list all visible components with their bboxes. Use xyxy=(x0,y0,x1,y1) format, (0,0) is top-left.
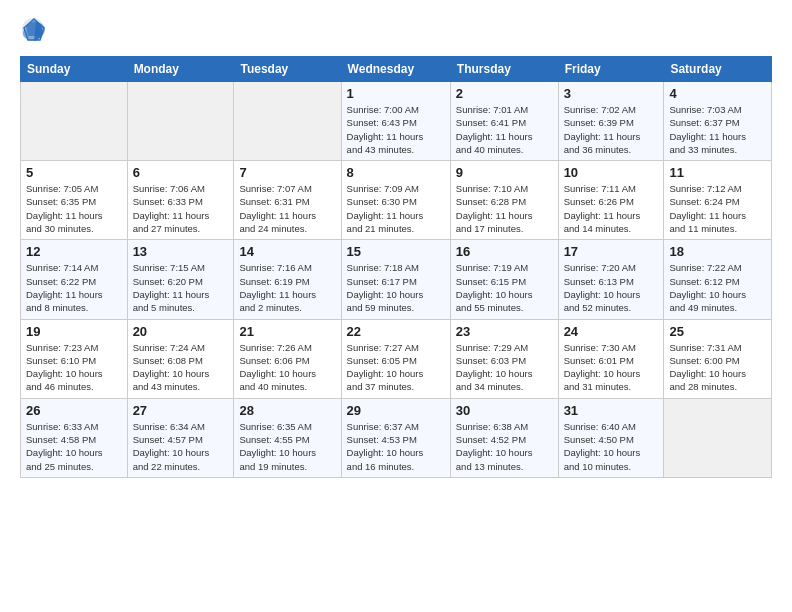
weekday-sunday: Sunday xyxy=(21,57,128,82)
day-info: Sunrise: 6:33 AM Sunset: 4:58 PM Dayligh… xyxy=(26,420,122,473)
day-number: 9 xyxy=(456,165,553,180)
calendar: SundayMondayTuesdayWednesdayThursdayFrid… xyxy=(20,56,772,478)
day-cell xyxy=(21,82,128,161)
day-number: 29 xyxy=(347,403,445,418)
logo-icon xyxy=(20,16,48,44)
day-cell: 11Sunrise: 7:12 AM Sunset: 6:24 PM Dayli… xyxy=(664,161,772,240)
day-number: 20 xyxy=(133,324,229,339)
day-number: 10 xyxy=(564,165,659,180)
day-number: 11 xyxy=(669,165,766,180)
day-info: Sunrise: 7:00 AM Sunset: 6:43 PM Dayligh… xyxy=(347,103,445,156)
weekday-monday: Monday xyxy=(127,57,234,82)
day-number: 2 xyxy=(456,86,553,101)
day-cell: 2Sunrise: 7:01 AM Sunset: 6:41 PM Daylig… xyxy=(450,82,558,161)
day-number: 26 xyxy=(26,403,122,418)
day-cell: 17Sunrise: 7:20 AM Sunset: 6:13 PM Dayli… xyxy=(558,240,664,319)
day-number: 1 xyxy=(347,86,445,101)
day-cell: 6Sunrise: 7:06 AM Sunset: 6:33 PM Daylig… xyxy=(127,161,234,240)
day-info: Sunrise: 7:09 AM Sunset: 6:30 PM Dayligh… xyxy=(347,182,445,235)
day-cell: 1Sunrise: 7:00 AM Sunset: 6:43 PM Daylig… xyxy=(341,82,450,161)
day-cell: 12Sunrise: 7:14 AM Sunset: 6:22 PM Dayli… xyxy=(21,240,128,319)
day-cell: 19Sunrise: 7:23 AM Sunset: 6:10 PM Dayli… xyxy=(21,319,128,398)
day-number: 31 xyxy=(564,403,659,418)
day-cell: 20Sunrise: 7:24 AM Sunset: 6:08 PM Dayli… xyxy=(127,319,234,398)
day-number: 12 xyxy=(26,244,122,259)
header xyxy=(20,16,772,44)
day-cell: 23Sunrise: 7:29 AM Sunset: 6:03 PM Dayli… xyxy=(450,319,558,398)
day-number: 17 xyxy=(564,244,659,259)
day-cell: 22Sunrise: 7:27 AM Sunset: 6:05 PM Dayli… xyxy=(341,319,450,398)
day-info: Sunrise: 6:34 AM Sunset: 4:57 PM Dayligh… xyxy=(133,420,229,473)
week-row-1: 1Sunrise: 7:00 AM Sunset: 6:43 PM Daylig… xyxy=(21,82,772,161)
day-info: Sunrise: 6:37 AM Sunset: 4:53 PM Dayligh… xyxy=(347,420,445,473)
weekday-wednesday: Wednesday xyxy=(341,57,450,82)
day-cell: 25Sunrise: 7:31 AM Sunset: 6:00 PM Dayli… xyxy=(664,319,772,398)
day-info: Sunrise: 7:14 AM Sunset: 6:22 PM Dayligh… xyxy=(26,261,122,314)
day-info: Sunrise: 7:16 AM Sunset: 6:19 PM Dayligh… xyxy=(239,261,335,314)
day-info: Sunrise: 7:19 AM Sunset: 6:15 PM Dayligh… xyxy=(456,261,553,314)
day-cell: 27Sunrise: 6:34 AM Sunset: 4:57 PM Dayli… xyxy=(127,398,234,477)
day-number: 27 xyxy=(133,403,229,418)
day-info: Sunrise: 6:40 AM Sunset: 4:50 PM Dayligh… xyxy=(564,420,659,473)
day-info: Sunrise: 7:18 AM Sunset: 6:17 PM Dayligh… xyxy=(347,261,445,314)
day-info: Sunrise: 7:02 AM Sunset: 6:39 PM Dayligh… xyxy=(564,103,659,156)
day-number: 30 xyxy=(456,403,553,418)
logo xyxy=(20,16,52,44)
day-cell: 3Sunrise: 7:02 AM Sunset: 6:39 PM Daylig… xyxy=(558,82,664,161)
day-cell xyxy=(664,398,772,477)
day-cell: 5Sunrise: 7:05 AM Sunset: 6:35 PM Daylig… xyxy=(21,161,128,240)
day-info: Sunrise: 7:26 AM Sunset: 6:06 PM Dayligh… xyxy=(239,341,335,394)
day-info: Sunrise: 7:03 AM Sunset: 6:37 PM Dayligh… xyxy=(669,103,766,156)
page: SundayMondayTuesdayWednesdayThursdayFrid… xyxy=(0,0,792,612)
day-number: 3 xyxy=(564,86,659,101)
day-number: 24 xyxy=(564,324,659,339)
day-number: 15 xyxy=(347,244,445,259)
day-cell: 15Sunrise: 7:18 AM Sunset: 6:17 PM Dayli… xyxy=(341,240,450,319)
day-cell: 4Sunrise: 7:03 AM Sunset: 6:37 PM Daylig… xyxy=(664,82,772,161)
day-number: 25 xyxy=(669,324,766,339)
day-number: 28 xyxy=(239,403,335,418)
day-cell: 14Sunrise: 7:16 AM Sunset: 6:19 PM Dayli… xyxy=(234,240,341,319)
day-cell xyxy=(127,82,234,161)
day-cell: 24Sunrise: 7:30 AM Sunset: 6:01 PM Dayli… xyxy=(558,319,664,398)
day-cell: 29Sunrise: 6:37 AM Sunset: 4:53 PM Dayli… xyxy=(341,398,450,477)
day-number: 14 xyxy=(239,244,335,259)
day-info: Sunrise: 7:01 AM Sunset: 6:41 PM Dayligh… xyxy=(456,103,553,156)
day-number: 22 xyxy=(347,324,445,339)
day-info: Sunrise: 7:23 AM Sunset: 6:10 PM Dayligh… xyxy=(26,341,122,394)
day-cell: 30Sunrise: 6:38 AM Sunset: 4:52 PM Dayli… xyxy=(450,398,558,477)
day-info: Sunrise: 6:38 AM Sunset: 4:52 PM Dayligh… xyxy=(456,420,553,473)
day-number: 13 xyxy=(133,244,229,259)
week-row-3: 12Sunrise: 7:14 AM Sunset: 6:22 PM Dayli… xyxy=(21,240,772,319)
day-number: 6 xyxy=(133,165,229,180)
week-row-5: 26Sunrise: 6:33 AM Sunset: 4:58 PM Dayli… xyxy=(21,398,772,477)
day-number: 4 xyxy=(669,86,766,101)
day-number: 5 xyxy=(26,165,122,180)
day-info: Sunrise: 7:24 AM Sunset: 6:08 PM Dayligh… xyxy=(133,341,229,394)
day-info: Sunrise: 7:30 AM Sunset: 6:01 PM Dayligh… xyxy=(564,341,659,394)
day-number: 16 xyxy=(456,244,553,259)
day-cell: 8Sunrise: 7:09 AM Sunset: 6:30 PM Daylig… xyxy=(341,161,450,240)
day-cell: 10Sunrise: 7:11 AM Sunset: 6:26 PM Dayli… xyxy=(558,161,664,240)
day-cell: 9Sunrise: 7:10 AM Sunset: 6:28 PM Daylig… xyxy=(450,161,558,240)
weekday-thursday: Thursday xyxy=(450,57,558,82)
day-info: Sunrise: 6:35 AM Sunset: 4:55 PM Dayligh… xyxy=(239,420,335,473)
day-info: Sunrise: 7:06 AM Sunset: 6:33 PM Dayligh… xyxy=(133,182,229,235)
day-info: Sunrise: 7:10 AM Sunset: 6:28 PM Dayligh… xyxy=(456,182,553,235)
day-info: Sunrise: 7:11 AM Sunset: 6:26 PM Dayligh… xyxy=(564,182,659,235)
day-info: Sunrise: 7:07 AM Sunset: 6:31 PM Dayligh… xyxy=(239,182,335,235)
day-info: Sunrise: 7:15 AM Sunset: 6:20 PM Dayligh… xyxy=(133,261,229,314)
day-number: 7 xyxy=(239,165,335,180)
day-number: 18 xyxy=(669,244,766,259)
day-info: Sunrise: 7:20 AM Sunset: 6:13 PM Dayligh… xyxy=(564,261,659,314)
weekday-row: SundayMondayTuesdayWednesdayThursdayFrid… xyxy=(21,57,772,82)
day-cell: 21Sunrise: 7:26 AM Sunset: 6:06 PM Dayli… xyxy=(234,319,341,398)
day-number: 23 xyxy=(456,324,553,339)
calendar-body: 1Sunrise: 7:00 AM Sunset: 6:43 PM Daylig… xyxy=(21,82,772,478)
day-cell xyxy=(234,82,341,161)
week-row-4: 19Sunrise: 7:23 AM Sunset: 6:10 PM Dayli… xyxy=(21,319,772,398)
day-info: Sunrise: 7:12 AM Sunset: 6:24 PM Dayligh… xyxy=(669,182,766,235)
day-cell: 31Sunrise: 6:40 AM Sunset: 4:50 PM Dayli… xyxy=(558,398,664,477)
day-number: 21 xyxy=(239,324,335,339)
weekday-saturday: Saturday xyxy=(664,57,772,82)
